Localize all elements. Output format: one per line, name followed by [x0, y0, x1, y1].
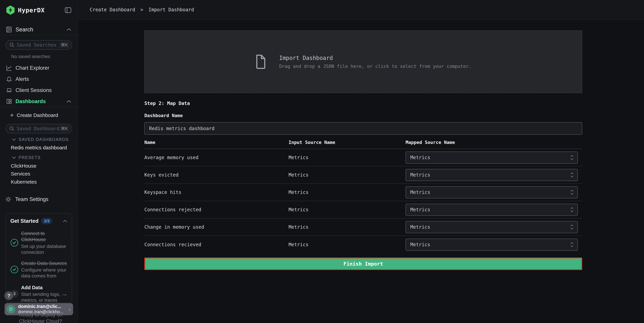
no-saved-searches-text: No saved searches — [11, 54, 50, 59]
sidebar-item-services[interactable]: Services — [11, 171, 30, 177]
chevron-right-icon: › — [68, 306, 70, 312]
dashboards-icon — [6, 98, 12, 104]
row-name: Connections recieved — [144, 242, 288, 247]
get-started-item-title: Connect to ClickHouse — [21, 230, 67, 243]
select-caret-icons — [570, 225, 574, 230]
select-caret-icons — [570, 242, 574, 247]
search-icon — [9, 126, 14, 131]
breadcrumb-create-dashboard[interactable]: Create Dashboard — [90, 7, 135, 12]
saved-dashboards-group[interactable]: SAVED DASHBOARDS — [12, 137, 69, 142]
gear-icon — [5, 196, 12, 203]
saved-dashboards-input[interactable] — [17, 126, 59, 131]
dropzone-title: Import Dashboard — [279, 55, 472, 61]
mapped-source-select[interactable]: Metrics — [406, 204, 578, 216]
row-name: Keyspace hits — [144, 190, 288, 195]
sidebar-item-dashboards[interactable]: Dashboards — [0, 96, 78, 107]
get-started-item-title: Add Data — [21, 285, 61, 291]
get-started-progress-badge: 2/3 — [41, 218, 52, 224]
top-bar: Create Dashboard > Import Dashboard — [78, 0, 644, 20]
sidebar-item-chart-explorer[interactable]: Chart Explorer — [0, 62, 78, 74]
table-row: Keys evicted Metrics Metrics — [144, 166, 582, 184]
sidebar-item-alerts[interactable]: Alerts — [0, 74, 78, 85]
saved-dashboards-shortcut: ⌘K — [59, 126, 70, 132]
saved-dashboards-group-label: SAVED DASHBOARDS — [18, 137, 69, 142]
select-value: Metrics — [410, 190, 430, 195]
row-name: Keys evicted — [144, 172, 288, 178]
dashboard-name-input[interactable] — [144, 122, 582, 135]
sidebar: HyperDX Search ⌘K No saved searches — [0, 0, 78, 323]
file-icon — [255, 54, 266, 69]
arrow-right-icon: → — [61, 290, 67, 297]
mapped-source-select[interactable]: Metrics — [406, 186, 578, 198]
get-started-header[interactable]: Get Started 2/3 — [10, 218, 67, 224]
bell-icon — [6, 76, 12, 82]
get-started-title: Get Started — [10, 218, 38, 224]
search-icon — [9, 42, 14, 47]
mapped-source-select[interactable]: Metrics — [406, 239, 578, 251]
sidebar-section-search[interactable]: Search — [0, 24, 78, 35]
column-header-mapped-source: Mapped Source Name — [406, 140, 582, 145]
row-input-source: Metrics — [288, 190, 406, 195]
get-started-item-desc: Start sending logs, metrics, or traces — [21, 291, 61, 303]
get-started-item-connect[interactable]: Connect to ClickHouse Set up your databa… — [10, 230, 67, 255]
mapped-source-select[interactable]: Metrics — [406, 152, 578, 164]
column-header-input-source: Input Source Name — [288, 140, 406, 145]
get-started-item-add-data[interactable]: 3 Add Data Start sending logs, metrics, … — [10, 285, 67, 303]
create-dashboard-button[interactable]: + Create Dashboard — [0, 110, 78, 120]
mapping-table: Name Input Source Name Mapped Source Nam… — [144, 140, 582, 253]
saved-searches-input[interactable] — [17, 42, 59, 48]
saved-dashboards-search: ⌘K — [6, 124, 72, 133]
get-started-item-sources[interactable]: Create Data Sources Configure where your… — [10, 260, 67, 279]
sidebar-item-clickhouse[interactable]: ClickHouse — [11, 163, 36, 169]
saved-searches-search: ⌘K — [6, 40, 72, 50]
sidebar-item-kubernetes[interactable]: Kubernetes — [11, 179, 37, 185]
sidebar-item-redis-dashboard[interactable]: Redis metrics dashboard — [11, 145, 67, 151]
search-section-icon — [6, 27, 12, 32]
hyperdx-logo-icon — [6, 5, 15, 15]
sidebar-item-label: Client Sessions — [16, 87, 52, 93]
check-circle-icon — [10, 239, 18, 247]
laptop-icon — [6, 87, 12, 93]
select-value: Metrics — [410, 207, 430, 213]
get-started-card: Get Started 2/3 Connect to ClickHouse Se… — [6, 213, 72, 303]
sidebar-item-client-sessions[interactable]: Client Sessions — [0, 85, 78, 96]
search-section-label: Search — [16, 26, 33, 33]
select-caret-icons — [570, 190, 574, 195]
step-title: Step 2: Map Data — [144, 101, 582, 106]
sidebar-toggle-icon[interactable] — [65, 7, 72, 13]
user-menu[interactable]: D dominic.tran@clic... dominic.tran@clic… — [4, 303, 73, 315]
row-input-source: Metrics — [288, 172, 406, 178]
select-value: Metrics — [410, 242, 430, 247]
help-button[interactable]: ? — [4, 291, 13, 300]
team-settings-button[interactable]: Team Settings — [0, 194, 78, 204]
team-settings-label: Team Settings — [15, 196, 48, 202]
breadcrumb-separator: > — [140, 7, 143, 12]
mapped-source-select[interactable]: Metrics — [406, 169, 578, 181]
row-name: Average memory used — [144, 155, 288, 160]
get-started-item-title: Create Data Sources — [21, 260, 67, 266]
finish-import-button[interactable]: Finish Import — [144, 258, 582, 270]
row-input-source: Metrics — [288, 155, 406, 160]
presets-group[interactable]: PRESETS — [12, 155, 41, 160]
saved-searches-shortcut: ⌘K — [59, 42, 70, 48]
row-input-source: Metrics — [288, 224, 406, 230]
avatar: D — [6, 305, 15, 314]
table-header-row: Name Input Source Name Mapped Source Nam… — [144, 140, 582, 149]
mapped-source-select[interactable]: Metrics — [406, 221, 578, 233]
select-caret-icons — [570, 155, 574, 160]
breadcrumb-import-dashboard: Import Dashboard — [148, 7, 194, 12]
user-name: dominic.tran@clic... — [18, 304, 67, 309]
chevron-up-icon — [66, 100, 72, 103]
logo-row: HyperDX — [0, 0, 78, 20]
chevron-down-icon — [12, 138, 16, 141]
get-started-item-desc: Set up your database connection — [21, 243, 67, 255]
table-row: Average memory used Metrics Metrics — [144, 149, 582, 166]
chevron-up-icon — [66, 28, 72, 31]
chart-explorer-icon — [6, 65, 12, 71]
table-row: Keyspace hits Metrics Metrics — [144, 184, 582, 201]
row-input-source: Metrics — [288, 207, 406, 213]
check-circle-icon — [10, 266, 18, 274]
select-value: Metrics — [410, 172, 430, 178]
import-dropzone[interactable]: Import Dashboard Drag and drop a JSON fi… — [144, 30, 582, 93]
dropzone-subtitle: Drag and drop a JSON file here, or click… — [279, 64, 472, 69]
